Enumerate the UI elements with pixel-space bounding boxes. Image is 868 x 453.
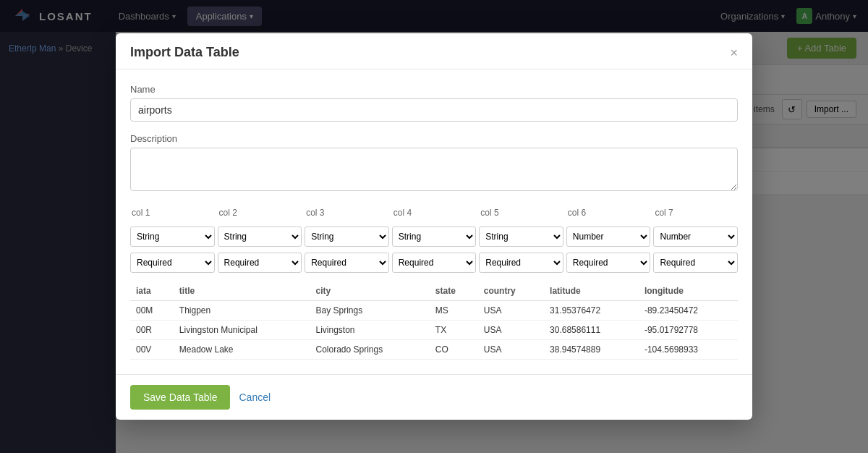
col-type-select-1[interactable]: StringNumberBoolean [130,226,215,247]
preview-cell: 00R [130,321,174,340]
preview-cell: -104.5698933 [639,340,738,360]
preview-cell: Thigpen [174,301,310,321]
col-required-select-7[interactable]: RequiredOptional [653,253,738,273]
modal-title: Import Data Table [130,45,239,60]
preview-row: 00VMeadow LakeColorado SpringsCOUSA38.94… [130,340,738,360]
preview-cell: 00V [130,340,174,360]
col-type-select-5[interactable]: StringNumberBoolean [479,226,563,247]
save-button[interactable]: Save Data Table [130,385,230,410]
modal-overlay: Import Data Table × Name Description col… [0,0,868,453]
import-modal: Import Data Table × Name Description col… [116,33,752,420]
preview-cell: USA [478,340,544,360]
col-required-select-1[interactable]: RequiredOptional [130,253,215,273]
preview-cell: USA [478,321,544,340]
preview-cell: 31.95376472 [544,301,639,321]
name-field-group: Name [130,84,738,122]
preview-col-header: latitude [544,281,639,301]
column-header: col 4 [392,205,477,221]
preview-cell: Colorado Springs [310,340,430,360]
column-headers-row: col 1col 2col 3col 4col 5col 6col 7 [130,205,738,221]
name-input[interactable] [130,98,738,122]
preview-cell: USA [478,301,544,321]
preview-cell: 00M [130,301,174,321]
modal-body: Name Description col 1col 2col 3col 4col… [116,69,752,374]
cancel-link[interactable]: Cancel [239,391,271,403]
col-required-select-3[interactable]: RequiredOptional [305,253,389,273]
col-required-select-4[interactable]: RequiredOptional [392,253,477,273]
preview-cell: Livingston [310,321,430,340]
preview-cell: MS [430,301,478,321]
preview-col-header: longitude [639,281,738,301]
preview-cell: 30.68586111 [544,321,639,340]
preview-cell: Meadow Lake [174,340,310,360]
preview-col-header: iata [130,281,174,301]
preview-cell: TX [430,321,478,340]
preview-cell: Bay Springs [310,301,430,321]
preview-col-header: country [478,281,544,301]
column-required-row: RequiredOptionalRequiredOptionalRequired… [130,253,738,273]
name-label: Name [130,84,738,95]
column-header: col 7 [653,205,738,221]
col-type-select-4[interactable]: StringNumberBoolean [392,226,477,247]
col-type-select-6[interactable]: StringNumberBoolean [566,226,651,247]
col-type-select-2[interactable]: StringNumberBoolean [218,226,302,247]
preview-row: 00MThigpenBay SpringsMSUSA31.95376472-89… [130,301,738,321]
preview-col-header: state [430,281,478,301]
col-required-select-6[interactable]: RequiredOptional [566,253,651,273]
column-header: col 1 [130,205,215,221]
col-type-select-3[interactable]: StringNumberBoolean [305,226,389,247]
modal-footer: Save Data Table Cancel [116,374,752,420]
column-header: col 2 [218,205,302,221]
preview-cell: -95.01792778 [639,321,738,340]
preview-col-header: city [310,281,430,301]
column-header: col 6 [566,205,651,221]
modal-header: Import Data Table × [116,33,752,69]
preview-col-header: title [174,281,310,301]
preview-table: iatatitlecitystatecountrylatitudelongitu… [130,281,738,360]
column-types-row: StringNumberBooleanStringNumberBooleanSt… [130,226,738,247]
col-required-select-2[interactable]: RequiredOptional [218,253,302,273]
preview-cell: CO [430,340,478,360]
preview-row: 00RLivingston MunicipalLivingstonTXUSA30… [130,321,738,340]
column-header: col 5 [479,205,563,221]
col-type-select-7[interactable]: StringNumberBoolean [653,226,738,247]
column-header: col 3 [305,205,389,221]
preview-cell: 38.94574889 [544,340,639,360]
description-field-group: Description [130,133,738,193]
modal-close-button[interactable]: × [730,46,738,59]
description-label: Description [130,133,738,144]
preview-cell: Livingston Municipal [174,321,310,340]
preview-cell: -89.23450472 [639,301,738,321]
description-textarea[interactable] [130,148,738,191]
col-required-select-5[interactable]: RequiredOptional [479,253,563,273]
